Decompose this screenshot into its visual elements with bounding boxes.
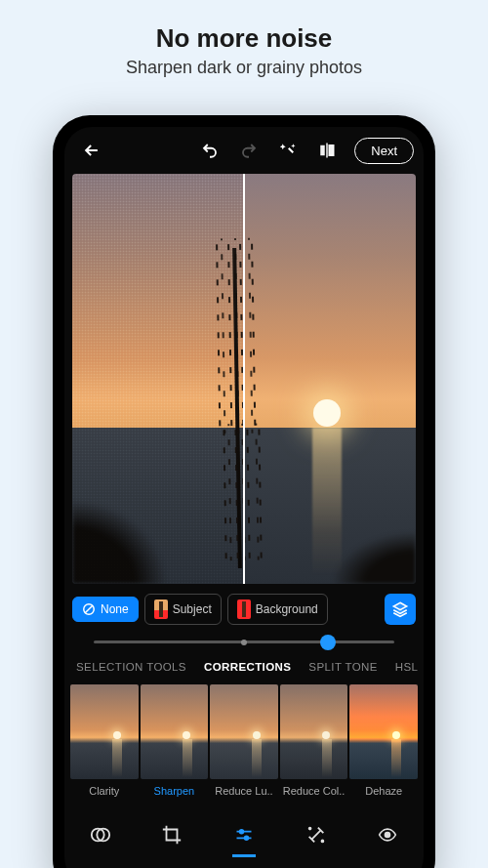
preset-reduce-luminance[interactable]: Reduce Lu..: [210, 684, 278, 797]
tab-split-tone[interactable]: SPLIT TONE: [308, 661, 377, 673]
mask-none-label: None: [101, 602, 129, 616]
preset-sharpen[interactable]: Sharpen: [141, 684, 209, 797]
mask-subject-button[interactable]: Subject: [144, 594, 222, 625]
preset-dehaze[interactable]: Dehaze: [349, 684, 418, 797]
nav-crop-icon[interactable]: [150, 816, 193, 853]
redo-icon[interactable]: [231, 133, 266, 168]
preset-reduce-color[interactable]: Reduce Col..: [280, 684, 348, 797]
next-button[interactable]: Next: [354, 138, 414, 164]
adjustment-slider-row: [64, 629, 424, 653]
svg-point-7: [386, 832, 390, 837]
layers-button[interactable]: [385, 594, 416, 625]
tab-hsl[interactable]: HSL: [395, 661, 419, 673]
preset-strip: Clarity Sharpen Reduce Lu.. Reduce Col..…: [64, 681, 424, 799]
top-toolbar: Next: [64, 127, 424, 174]
mask-background-button[interactable]: Background: [227, 594, 328, 625]
before-noise-overlay: [72, 174, 244, 584]
app-screen: Next None Subject Background: [64, 127, 424, 868]
adjustment-slider[interactable]: [94, 641, 394, 643]
back-icon[interactable]: [74, 133, 109, 168]
svg-point-3: [240, 829, 244, 833]
category-tabs: SELECTION TOOLS CORRECTIONS SPLIT TONE H…: [64, 653, 424, 681]
svg-point-5: [308, 827, 310, 829]
mask-selector-row: None Subject Background: [64, 584, 424, 629]
mask-none-button[interactable]: None: [72, 597, 139, 622]
compare-icon[interactable]: [309, 133, 345, 168]
svg-point-6: [321, 840, 323, 842]
nav-retouch-icon[interactable]: [295, 816, 338, 853]
undo-icon[interactable]: [192, 133, 227, 168]
slider-thumb[interactable]: [320, 635, 336, 650]
mask-background-thumb: [237, 599, 251, 619]
mask-subject-thumb: [154, 599, 168, 619]
mask-background-label: Background: [256, 602, 318, 616]
slider-midpoint: [241, 640, 247, 645]
promo-title: No more noise: [0, 0, 488, 54]
nav-looks-icon[interactable]: [79, 816, 122, 853]
auto-magic-icon[interactable]: [270, 133, 305, 168]
phone-frame: Next None Subject Background: [53, 115, 435, 868]
tab-corrections[interactable]: CORRECTIONS: [204, 661, 291, 673]
photo-canvas[interactable]: [72, 174, 416, 584]
promo-subtitle: Sharpen dark or grainy photos: [0, 58, 488, 78]
preset-clarity[interactable]: Clarity: [70, 684, 139, 797]
nav-adjust-icon[interactable]: [223, 816, 265, 853]
tab-selection-tools[interactable]: SELECTION TOOLS: [76, 661, 186, 673]
svg-point-4: [245, 836, 249, 840]
mask-subject-label: Subject: [173, 602, 212, 616]
compare-divider[interactable]: [243, 174, 245, 584]
nav-eye-icon[interactable]: [366, 816, 409, 853]
bottom-nav: [64, 805, 424, 861]
